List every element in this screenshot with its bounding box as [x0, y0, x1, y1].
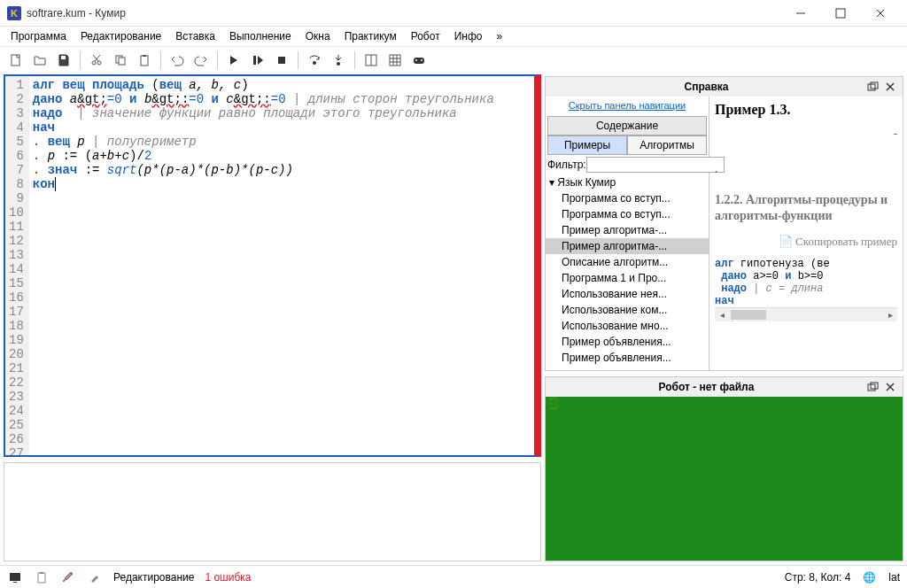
menubar: Программа Редактирование Вставка Выполне… — [0, 27, 907, 46]
filter-label: Фильтр: — [547, 159, 586, 171]
help-tab-examples[interactable]: Примеры — [547, 135, 627, 155]
svg-rect-26 — [868, 84, 875, 90]
separator — [354, 51, 355, 69]
new-file-icon[interactable] — [5, 50, 27, 71]
tree-item[interactable]: Пример объявления... — [546, 334, 709, 350]
robot-panel: Робот - нет файла — [545, 376, 903, 561]
svg-rect-23 — [414, 58, 424, 64]
gamepad-icon[interactable] — [408, 50, 430, 71]
horizontal-scrollbar[interactable]: ◂▸ — [715, 307, 897, 321]
grid-icon[interactable] — [360, 50, 382, 71]
tree-item[interactable]: Использование мно... — [546, 318, 709, 334]
menu-robot[interactable]: Робот — [404, 28, 447, 44]
open-file-icon[interactable] — [29, 50, 50, 71]
tree-root[interactable]: Язык Кумир — [546, 174, 709, 190]
run-icon[interactable] — [223, 50, 244, 71]
separator — [217, 51, 218, 69]
status-tool-icon[interactable] — [87, 569, 103, 585]
tree-item[interactable]: Программа со вступ... — [546, 190, 709, 206]
grid2-icon[interactable] — [384, 50, 406, 71]
statusbar: Редактирование 1 ошибка Стр: 8, Кол: 4 🌐… — [0, 565, 907, 588]
console-output[interactable] — [4, 462, 541, 561]
help-content[interactable]: Пример 1.3. - . 1.2.2. Алгоритмы-процеду… — [709, 97, 903, 370]
svg-point-25 — [415, 59, 417, 61]
svg-rect-4 — [12, 55, 19, 66]
menu-edit[interactable]: Редактирование — [74, 28, 168, 44]
svg-point-24 — [421, 59, 422, 61]
detach-icon[interactable] — [864, 79, 881, 95]
tree-item[interactable]: Программа 1 и Про... — [546, 270, 709, 286]
stop-icon[interactable] — [271, 50, 292, 71]
separator — [80, 51, 81, 69]
svg-point-14 — [313, 61, 316, 65]
menu-practicum[interactable]: Практикум — [337, 28, 404, 44]
tree-item[interactable]: Пример объявления... — [546, 350, 709, 366]
copy-example-link[interactable]: 📄 Скопировать пример — [715, 229, 897, 258]
filter-input[interactable] — [586, 157, 725, 173]
window-title: softrare.kum - Кумир — [27, 7, 780, 19]
step-into-icon[interactable] — [328, 50, 349, 71]
code-editor[interactable]: 1234567891011121314151617181920212223242… — [4, 74, 541, 457]
svg-rect-57 — [10, 573, 20, 581]
status-clipboard-icon[interactable] — [34, 569, 50, 585]
help-tab-content[interactable]: Содержание — [547, 116, 707, 135]
menu-more[interactable]: » — [489, 28, 509, 44]
detach-icon[interactable] — [864, 379, 881, 395]
help-panel: Справка Скрыть панель навигации Содержан… — [545, 76, 903, 371]
menu-info[interactable]: Инфо — [447, 28, 490, 44]
status-errors: 1 ошибка — [205, 571, 251, 584]
cut-icon[interactable] — [86, 50, 107, 71]
help-panel-title: Справка — [549, 81, 864, 93]
close-panel-icon[interactable] — [881, 379, 899, 395]
svg-rect-59 — [38, 573, 45, 583]
svg-point-7 — [97, 61, 101, 65]
svg-rect-31 — [871, 383, 878, 389]
menu-run[interactable]: Выполнение — [222, 28, 298, 44]
close-panel-icon[interactable] — [881, 79, 899, 95]
status-monitor-icon[interactable] — [7, 569, 23, 585]
save-icon[interactable] — [53, 50, 74, 71]
tree-item[interactable]: Программа со вступ... — [546, 206, 709, 222]
svg-rect-12 — [253, 56, 256, 65]
menu-program[interactable]: Программа — [4, 28, 74, 44]
hide-nav-link[interactable]: Скрыть панель навигации — [546, 97, 709, 114]
robot-field[interactable] — [546, 397, 903, 561]
titlebar: K softrare.kum - Кумир — [0, 0, 907, 27]
code-sample: алг гипотенуза (ве дано a>=0 и b>=0 надо… — [715, 258, 897, 307]
tree-item-selected[interactable]: Пример алгоритма-... — [546, 238, 709, 254]
tree-item[interactable]: Использование ком... — [546, 302, 709, 318]
menu-windows[interactable]: Окна — [298, 28, 337, 44]
tree-item[interactable]: Использование нея... — [546, 286, 709, 302]
status-brush-icon[interactable] — [60, 569, 76, 585]
svg-rect-27 — [871, 82, 878, 89]
toolbar — [0, 46, 907, 73]
redo-icon[interactable] — [190, 50, 212, 71]
separator — [298, 51, 298, 69]
copy-icon[interactable] — [110, 50, 131, 71]
doc-title: Пример 1.3. — [715, 102, 897, 118]
help-tree[interactable]: Язык Кумир Программа со вступ... Програм… — [546, 174, 709, 370]
status-position: Стр: 8, Кол: 4 — [785, 571, 851, 584]
menu-insert[interactable]: Вставка — [168, 28, 222, 44]
maximize-button[interactable] — [820, 1, 860, 26]
svg-rect-5 — [61, 56, 66, 59]
undo-icon[interactable] — [167, 50, 188, 71]
tree-item[interactable]: Описание алгоритм... — [546, 254, 709, 270]
step-over-icon[interactable] — [304, 50, 325, 71]
svg-rect-10 — [141, 56, 148, 66]
separator — [160, 51, 161, 69]
section-heading: 1.2.2. Алгоритмы-процедуры и алгоритмы-ф… — [715, 192, 897, 224]
status-mode: Редактирование — [113, 571, 194, 584]
tree-item[interactable]: Пример алгоритма-... — [546, 222, 709, 238]
close-button[interactable] — [860, 1, 900, 26]
app-icon: K — [7, 6, 21, 20]
svg-rect-1 — [836, 9, 845, 18]
code-content[interactable]: алг вещ площадь (вещ a, b, c) дано a&gt;… — [29, 76, 498, 455]
svg-rect-9 — [119, 58, 125, 65]
paste-icon[interactable] — [134, 50, 155, 71]
help-tab-algos[interactable]: Алгоритмы — [627, 135, 707, 155]
step-icon[interactable] — [247, 50, 268, 71]
svg-rect-58 — [13, 582, 17, 583]
status-globe-icon[interactable]: 🌐 — [863, 571, 876, 584]
minimize-button[interactable] — [780, 1, 820, 26]
